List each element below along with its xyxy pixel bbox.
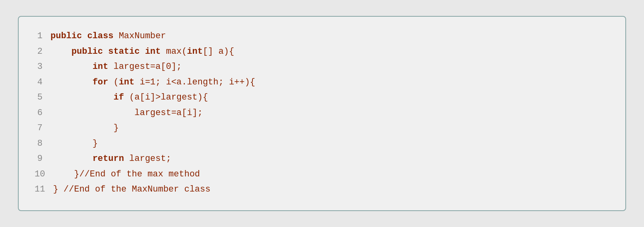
line-content: for (int i=1; i<a.length; i++){	[50, 75, 255, 90]
line-number: 1	[35, 29, 50, 44]
code-line: 9 return largest;	[35, 151, 609, 167]
code-line: 5 if (a[i]>largest){	[35, 90, 609, 106]
line-content: }	[50, 121, 119, 136]
line-content: public class MaxNumber	[50, 29, 166, 44]
code-line: 6 largest=a[i];	[35, 106, 609, 121]
code-line: 2 public static int max(int[] a){	[35, 44, 609, 60]
line-number: 3	[35, 59, 50, 75]
line-number: 11	[35, 182, 53, 198]
code-line: 7 }	[35, 121, 609, 136]
code-line: 1 public class MaxNumber	[35, 29, 609, 44]
line-content: } //End of the MaxNumber class	[53, 182, 210, 198]
code-line: 8 }	[35, 136, 609, 152]
code-container: 1 public class MaxNumber 2 public static…	[18, 16, 626, 211]
code-line: 11 } //End of the MaxNumber class	[35, 182, 609, 198]
code-line: 4 for (int i=1; i<a.length; i++){	[35, 75, 609, 90]
line-number: 9	[35, 151, 50, 167]
line-content: }	[50, 136, 98, 152]
line-number: 4	[35, 75, 50, 90]
line-content: largest=a[i];	[50, 106, 203, 121]
line-content: return largest;	[50, 151, 171, 167]
code-line: 3 int largest=a[0];	[35, 59, 609, 75]
line-number: 10	[35, 167, 53, 182]
line-number: 7	[35, 121, 50, 136]
line-number: 2	[35, 44, 50, 60]
line-number: 8	[35, 136, 50, 152]
line-content: int largest=a[0];	[50, 59, 182, 75]
line-content: if (a[i]>largest){	[50, 90, 208, 106]
line-number: 5	[35, 90, 50, 106]
line-number: 6	[35, 106, 50, 121]
code-block: 1 public class MaxNumber 2 public static…	[35, 29, 609, 198]
line-content: public static int max(int[] a){	[50, 44, 234, 60]
code-line: 10 }//End of the max method	[35, 167, 609, 182]
line-content: }//End of the max method	[53, 167, 200, 182]
